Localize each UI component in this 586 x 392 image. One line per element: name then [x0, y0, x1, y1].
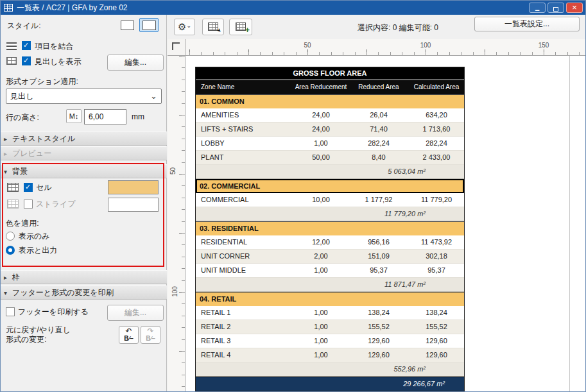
- section-text-style[interactable]: テキストスタイル: [1, 132, 167, 146]
- table-cell[interactable]: RESIDENTIAL: [196, 235, 292, 249]
- table-cell[interactable]: 1 177,92: [350, 193, 408, 207]
- table-cell[interactable]: 1,00: [292, 320, 350, 334]
- stripe-color-swatch[interactable]: [108, 198, 159, 212]
- display-only-radio[interactable]: [6, 232, 15, 241]
- scheme-settings-button[interactable]: [174, 19, 195, 35]
- table-cell[interactable]: 129,60: [350, 348, 408, 362]
- table-row[interactable]: AMENITIES24,0026,04634,20: [196, 108, 464, 123]
- table-cell[interactable]: 1,00: [292, 348, 350, 362]
- zone-header-row[interactable]: 03. RESIDENTIAL: [196, 221, 464, 235]
- vertical-ruler[interactable]: 50 100: [168, 56, 185, 391]
- table-cell[interactable]: 155,52: [350, 320, 408, 334]
- table-cell[interactable]: 1,00: [292, 306, 350, 320]
- table-cell[interactable]: 8,40: [350, 151, 408, 164]
- restore-button[interactable]: [547, 3, 564, 13]
- table-cell[interactable]: 282,24: [408, 137, 465, 150]
- table-cell[interactable]: 138,24: [350, 306, 408, 320]
- table-cell[interactable]: 50,00: [292, 151, 350, 164]
- table-row[interactable]: COMMERCIAL10,001 177,9211 779,20: [196, 193, 464, 207]
- table-cell[interactable]: 2,00: [292, 250, 350, 263]
- style-view-1-button[interactable]: [117, 18, 137, 32]
- table-cell[interactable]: 129,60: [408, 334, 465, 348]
- table-cell[interactable]: 26,04: [350, 108, 408, 122]
- footer-print-label: フッターを印刷する: [18, 307, 89, 318]
- table-cell[interactable]: LIFTS + STAIRS: [196, 123, 292, 136]
- merge-items-checkbox[interactable]: [22, 41, 31, 50]
- table-cell[interactable]: 10,00: [292, 193, 350, 207]
- format-option-select[interactable]: 見出し: [6, 89, 162, 104]
- table-cell[interactable]: 24,00: [292, 108, 350, 122]
- footer-print-checkbox[interactable]: [6, 307, 15, 316]
- table-cell[interactable]: 11 473,92: [408, 235, 465, 249]
- table-cell[interactable]: RETAIL 4: [196, 348, 292, 362]
- undo-format-button[interactable]: [119, 326, 139, 344]
- table-cell[interactable]: RETAIL 2: [196, 320, 292, 334]
- apply-format-button[interactable]: [229, 19, 252, 35]
- table-cell[interactable]: 155,52: [408, 320, 465, 334]
- schedule-settings-button[interactable]: 一覧表設定...: [474, 17, 580, 31]
- section-preview[interactable]: プレビュー: [1, 146, 167, 160]
- zone-header-row[interactable]: 02. COMMERCIAL: [196, 179, 464, 193]
- table-cell[interactable]: RETAIL 3: [196, 334, 292, 348]
- table-cell[interactable]: 151,09: [350, 250, 408, 263]
- table-cell[interactable]: 129,60: [350, 334, 408, 348]
- section-footer[interactable]: フッターと形式の変更を印刷: [1, 285, 167, 300]
- stripe-checkbox[interactable]: [24, 200, 33, 209]
- row-height-mode-icon[interactable]: [66, 109, 82, 123]
- zone-header-row[interactable]: 01. COMMON: [196, 94, 464, 108]
- style-view-2-button[interactable]: [139, 18, 159, 32]
- table-row[interactable]: RESIDENTIAL12,00956,1611 473,92: [196, 235, 464, 250]
- section-background[interactable]: 背景: [1, 164, 167, 178]
- table-cell[interactable]: 1 713,60: [408, 123, 465, 136]
- table-cell[interactable]: 24,00: [292, 123, 350, 136]
- table-cell[interactable]: 11 779,20: [408, 193, 465, 207]
- table-cell[interactable]: UNIT CORNER: [196, 250, 292, 263]
- table-cell[interactable]: 282,24: [350, 137, 408, 150]
- table-row[interactable]: PLANT50,008,402 433,00: [196, 151, 464, 165]
- table-cell[interactable]: 138,24: [408, 306, 465, 320]
- table-cell[interactable]: AMENITIES: [196, 108, 292, 122]
- table-cell[interactable]: RETAIL 1: [196, 306, 292, 320]
- table-cell[interactable]: 956,16: [350, 235, 408, 249]
- table-row[interactable]: RETAIL 21,00155,52155,52: [196, 320, 464, 334]
- ruler-origin-button[interactable]: [168, 39, 185, 56]
- table-cell[interactable]: 1,00: [292, 137, 350, 150]
- display-output-radio[interactable]: [6, 246, 15, 255]
- table-cell[interactable]: COMMERCIAL: [196, 193, 292, 207]
- table-cell[interactable]: PLANT: [196, 151, 292, 164]
- table-row[interactable]: LOBBY1,00282,24282,24: [196, 137, 464, 151]
- table-row[interactable]: RETAIL 41,00129,60129,60: [196, 348, 464, 362]
- table-cell[interactable]: 634,20: [408, 108, 465, 122]
- horizontal-ruler[interactable]: 50 100 150: [185, 39, 585, 56]
- zone-header-row[interactable]: 04. RETAIL: [196, 292, 464, 306]
- select-cells-button[interactable]: [202, 19, 224, 35]
- table-cell[interactable]: 95,37: [408, 264, 465, 277]
- footer-edit-button[interactable]: 編集...: [107, 305, 164, 321]
- schedule-canvas[interactable]: GROSS FLOOR AREA Zone NameArea Reducemen…: [185, 56, 585, 391]
- table-cell[interactable]: LOBBY: [196, 137, 292, 150]
- row-height-input[interactable]: 6,00: [84, 109, 126, 124]
- table-cell[interactable]: 2 433,00: [408, 151, 465, 164]
- close-button[interactable]: [566, 3, 583, 13]
- table-cell[interactable]: 12,00: [292, 235, 350, 249]
- section-frame[interactable]: 枠: [1, 270, 167, 284]
- table-cell[interactable]: UNIT MIDDLE: [196, 264, 292, 277]
- table-cell[interactable]: 71,40: [350, 123, 408, 136]
- redo-format-button[interactable]: [141, 326, 160, 344]
- table-row[interactable]: UNIT CORNER2,00151,09302,18: [196, 250, 464, 264]
- table-cell[interactable]: 129,60: [408, 348, 465, 362]
- table-cell[interactable]: 302,18: [408, 250, 465, 263]
- table-cell[interactable]: 95,37: [350, 264, 408, 277]
- table-row[interactable]: RETAIL 31,00129,60129,60: [196, 334, 464, 348]
- minimize-button[interactable]: [529, 3, 546, 13]
- cell-color-swatch[interactable]: [108, 180, 159, 194]
- titlebar[interactable]: 一覧表 / AC27 | GFA by Zone 02: [1, 1, 585, 15]
- table-row[interactable]: LIFTS + STAIRS24,0071,401 713,60: [196, 123, 464, 137]
- cell-checkbox[interactable]: [24, 183, 33, 192]
- table-row[interactable]: RETAIL 11,00138,24138,24: [196, 306, 464, 320]
- table-row[interactable]: UNIT MIDDLE1,0095,3795,37: [196, 264, 464, 278]
- table-cell[interactable]: 1,00: [292, 334, 350, 348]
- table-cell[interactable]: 1,00: [292, 264, 350, 277]
- edit-headers-button[interactable]: 編集...: [107, 55, 164, 71]
- show-headers-checkbox[interactable]: [22, 56, 31, 65]
